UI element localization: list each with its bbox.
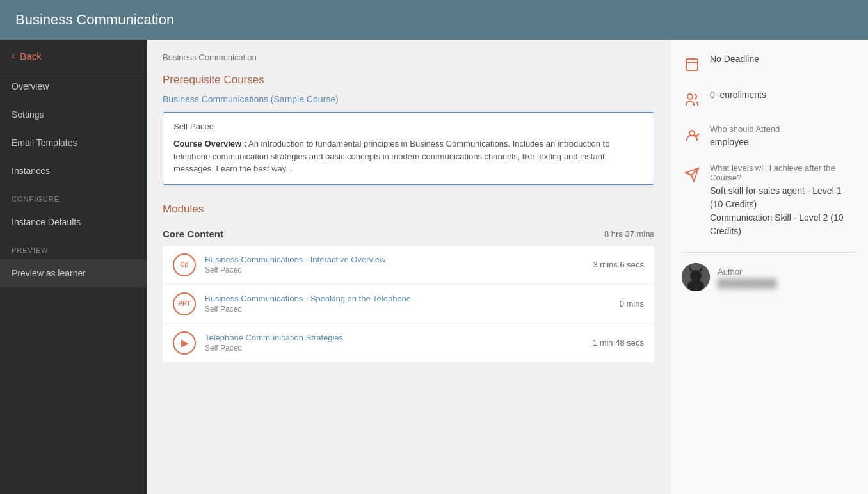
who-should-attend-icon [682, 125, 702, 146]
author-info: Author ██████████ [718, 267, 856, 288]
svg-point-5 [689, 131, 695, 136]
deadline-value: No Deadline [710, 52, 856, 66]
preview-section-label: PREVIEW [0, 236, 147, 259]
prereq-self-paced: Self Paced [173, 122, 643, 131]
module-info-2: Business Communications - Speaking on th… [205, 294, 611, 314]
svg-point-4 [687, 94, 693, 99]
calendar-icon [682, 54, 702, 74]
sidebar: ‹ Back Overview Settings Email Templates… [0, 40, 147, 494]
module-item-2: PPT Business Communications - Speaking o… [163, 285, 654, 324]
module-title-2[interactable]: Business Communications - Speaking on th… [205, 294, 611, 303]
module-icon-ppt: PPT [173, 292, 196, 315]
configure-section-label: CONFIGURE [0, 185, 147, 208]
back-label: Back [20, 51, 41, 61]
who-should-attend-row: Who should Attend employee [682, 124, 856, 149]
author-label: Author [718, 267, 856, 276]
module-type-3: Self Paced [205, 344, 584, 353]
module-title-1[interactable]: Business Communications - Interactive Ov… [205, 255, 584, 264]
prereq-course-link[interactable]: Business Communications (Sample Course) [163, 94, 654, 104]
deadline-row: No Deadline [682, 52, 856, 74]
module-info-3: Telephone Communication Strategies Self … [205, 333, 584, 353]
module-icon-play: ▶ [173, 331, 196, 355]
levels-label: What levels will I achieve after the Cou… [710, 163, 856, 182]
sidebar-item-instance-defaults[interactable]: Instance Defaults [0, 208, 147, 236]
who-should-attend-value: employee [710, 136, 856, 149]
levels-content: What levels will I achieve after the Cou… [710, 163, 856, 238]
module-item-3: ▶ Telephone Communication Strategies Sel… [163, 324, 654, 363]
who-should-attend-content: Who should Attend employee [710, 124, 856, 149]
author-avatar [682, 263, 710, 291]
levels-value-1: Soft skill for sales agent - Level 1 (10… [710, 184, 856, 211]
module-duration-1: 3 mins 6 secs [593, 260, 644, 269]
author-row: Author ██████████ [682, 263, 856, 291]
svg-rect-0 [686, 59, 698, 70]
sidebar-item-settings[interactable]: Settings [0, 100, 147, 129]
levels-value-2: Communication Skill - Level 2 (10 Credit… [710, 211, 856, 238]
chevron-left-icon: ‹ [12, 50, 15, 61]
who-should-attend-label: Who should Attend [710, 124, 856, 134]
core-content-header: Core Content 8 hrs 37 mins [163, 228, 654, 239]
module-title-3[interactable]: Telephone Communication Strategies [205, 333, 584, 342]
enrollments-label: enrollments [720, 90, 766, 100]
course-overview-text: Course Overview : An introduction to fun… [173, 138, 643, 175]
deadline-content: No Deadline [710, 52, 856, 66]
right-panel: No Deadline 0 [670, 40, 868, 494]
enrollments-count: 0 [710, 90, 715, 100]
prereq-box: Self Paced Course Overview : An introduc… [163, 112, 654, 185]
enrollments-value: 0 enrollments [710, 88, 856, 102]
sidebar-item-instances[interactable]: Instances [0, 157, 147, 185]
enrollments-content: 0 enrollments [710, 88, 856, 102]
main-content: Business Communication Prerequisite Cour… [147, 40, 868, 494]
center-panel: Business Communication Prerequisite Cour… [147, 40, 670, 494]
sidebar-item-overview[interactable]: Overview [0, 72, 147, 100]
sidebar-item-email-templates[interactable]: Email Templates [0, 129, 147, 157]
page-title: Business Communication [15, 12, 174, 28]
levels-icon [682, 164, 702, 185]
prerequisite-title: Prerequisite Courses [163, 74, 654, 86]
author-name: ██████████ [718, 278, 856, 288]
module-duration-3: 1 min 48 secs [593, 338, 644, 347]
module-icon-cp: Cp [173, 253, 196, 276]
levels-row: What levels will I achieve after the Cou… [682, 163, 856, 238]
module-duration-2: 0 mins [620, 299, 644, 308]
page-header: Business Communication [0, 0, 868, 40]
enrollments-icon [682, 90, 702, 110]
back-button[interactable]: ‹ Back [0, 40, 147, 72]
module-type-2: Self Paced [205, 305, 611, 314]
divider [682, 252, 856, 253]
enrollments-row: 0 enrollments [682, 88, 856, 110]
course-overview-label: Course Overview : [173, 139, 246, 148]
core-content-label: Core Content [163, 228, 223, 239]
module-info-1: Business Communications - Interactive Ov… [205, 255, 584, 275]
core-content-duration: 8 hrs 37 mins [604, 229, 654, 239]
module-item-1: Cp Business Communications - Interactive… [163, 246, 654, 285]
module-type-1: Self Paced [205, 266, 584, 275]
sidebar-item-preview-as-learner[interactable]: Preview as learner [0, 259, 147, 287]
breadcrumb: Business Communication [163, 52, 654, 62]
modules-title: Modules [163, 203, 654, 216]
